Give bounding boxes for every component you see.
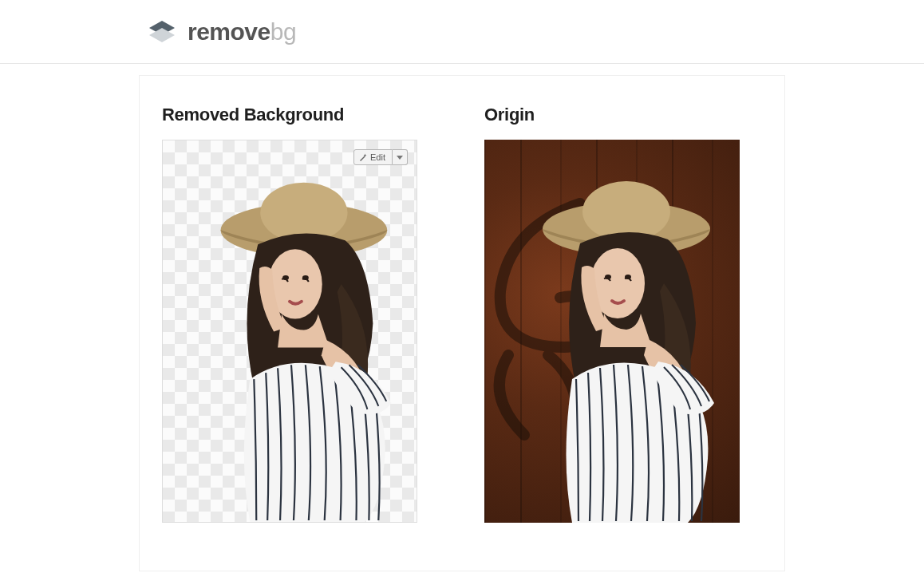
origin-image[interactable] — [484, 140, 740, 523]
origin-title: Origin — [484, 105, 762, 125]
chevron-down-icon — [397, 156, 403, 160]
edit-button-label: Edit — [370, 152, 385, 162]
edit-button-group: Edit — [353, 149, 408, 165]
magic-wand-icon — [359, 153, 367, 161]
result-card: Removed Background Edit — [139, 75, 785, 571]
brand-text-part1: remove — [188, 18, 270, 45]
subject-cutout-icon — [163, 140, 417, 522]
subject-original-icon — [484, 140, 740, 523]
origin-column: Origin — [462, 105, 784, 523]
main-area: Removed Background Edit — [0, 64, 924, 571]
topbar: removebg — [0, 0, 924, 64]
brand-text-part2: bg — [270, 18, 296, 45]
edit-dropdown-button[interactable] — [393, 149, 408, 165]
layers-icon — [148, 18, 176, 46]
brand-logo[interactable]: removebg — [148, 18, 296, 46]
removed-bg-column: Removed Background Edit — [140, 105, 462, 523]
removed-bg-title: Removed Background — [162, 105, 440, 125]
brand-text: removebg — [188, 18, 296, 45]
removed-bg-image[interactable]: Edit — [162, 140, 417, 523]
edit-button[interactable]: Edit — [353, 149, 393, 165]
